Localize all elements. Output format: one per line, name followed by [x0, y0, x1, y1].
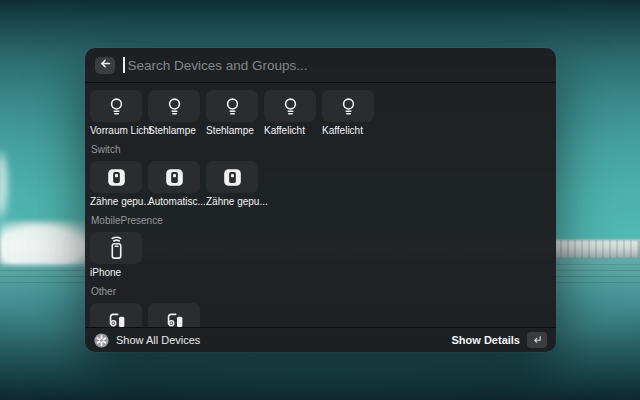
iphone-icon — [105, 236, 128, 261]
device-label: Vorraum Licht — [90, 126, 152, 136]
device-label: Automatisc... — [148, 197, 206, 207]
device-cell: iPhone — [90, 232, 142, 278]
tile-row — [90, 303, 551, 327]
device-cell: Kaffelicht — [322, 90, 374, 136]
device-tile[interactable] — [90, 232, 142, 264]
device-tile[interactable] — [90, 161, 142, 193]
device-label: Zähne gepu... — [206, 197, 268, 207]
section-header: Other — [91, 286, 551, 298]
device-tile[interactable] — [148, 161, 200, 193]
return-key-button[interactable] — [527, 332, 547, 348]
device-cell: Zähne gepu... — [206, 161, 258, 207]
tile-row: Zähne gepu...Automatisc...Zähne gepu... — [90, 161, 551, 207]
lightbulb-icon — [338, 96, 359, 117]
search-input[interactable] — [128, 58, 547, 73]
device-label: iPhone — [90, 268, 121, 278]
device-cell: Kaffelicht — [264, 90, 316, 136]
desktop: Vorraum LichtStehlampeStehlampeKaffelich… — [0, 0, 640, 400]
section-header: Switch — [91, 144, 551, 156]
device-tile[interactable] — [206, 161, 258, 193]
device-cell: Stehlampe — [206, 90, 258, 136]
return-key-icon — [531, 334, 543, 346]
switch-icon — [106, 167, 127, 188]
device-label: Stehlampe — [206, 126, 254, 136]
search-panel: Vorraum LichtStehlampeStehlampeKaffelich… — [85, 48, 556, 352]
device-cell: Zähne gepu... — [90, 161, 142, 207]
other-device-icon — [163, 308, 186, 328]
other-device-icon — [105, 308, 128, 328]
device-tile[interactable] — [322, 90, 374, 122]
back-button[interactable] — [95, 57, 115, 74]
lightbulb-icon — [280, 96, 301, 117]
device-label: Kaffelicht — [264, 126, 305, 136]
device-cell: Vorraum Licht — [90, 90, 142, 136]
footer-bar: Show All Devices Show Details — [85, 327, 556, 352]
device-cell — [148, 303, 200, 327]
device-cell — [90, 303, 142, 327]
device-label: Zähne gepu... — [90, 197, 152, 207]
device-tile[interactable] — [148, 90, 200, 122]
switch-icon — [164, 167, 185, 188]
text-caret — [123, 57, 125, 73]
tile-row: Vorraum LichtStehlampeStehlampeKaffelich… — [90, 90, 551, 136]
device-tile[interactable] — [264, 90, 316, 122]
results-area[interactable]: Vorraum LichtStehlampeStehlampeKaffelich… — [85, 84, 556, 327]
device-tile[interactable] — [206, 90, 258, 122]
flower-icon — [94, 333, 109, 348]
tile-row: iPhone — [90, 232, 551, 278]
arrow-left-icon — [99, 56, 112, 74]
device-label: Kaffelicht — [322, 126, 363, 136]
show-details-button[interactable]: Show Details — [452, 334, 520, 346]
device-tile[interactable] — [90, 303, 142, 327]
search-bar — [85, 48, 556, 83]
switch-icon — [222, 167, 243, 188]
device-cell: Automatisc... — [148, 161, 200, 207]
show-all-devices-button[interactable]: Show All Devices — [116, 334, 200, 346]
lightbulb-icon — [222, 96, 243, 117]
device-cell: Stehlampe — [148, 90, 200, 136]
device-label: Stehlampe — [148, 126, 196, 136]
section-header: MobilePresence — [91, 215, 551, 227]
device-tile[interactable] — [148, 303, 200, 327]
lightbulb-icon — [106, 96, 127, 117]
device-tile[interactable] — [90, 90, 142, 122]
lightbulb-icon — [164, 96, 185, 117]
